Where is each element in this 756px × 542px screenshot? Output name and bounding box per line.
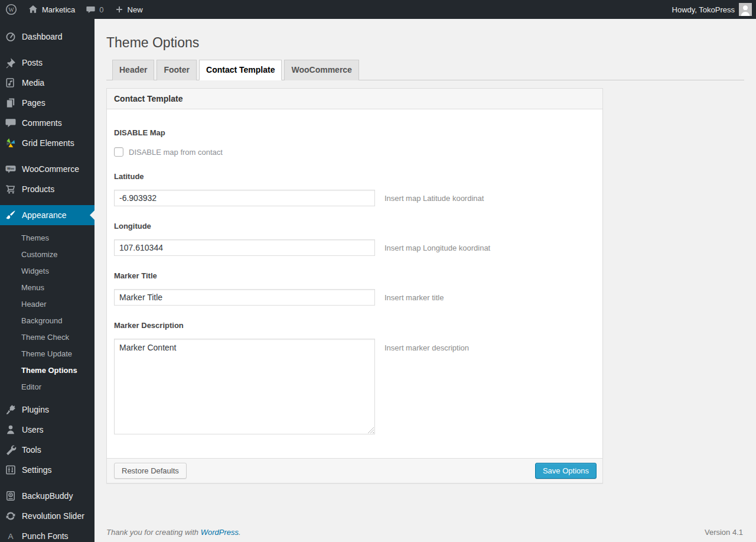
sidebar-item-media[interactable]: Media [0,73,94,93]
letter-a-icon: A [5,530,17,542]
tab-woocommerce[interactable]: WooCommerce [284,60,359,80]
svg-text:Woo: Woo [7,167,15,170]
new-label: New [128,5,143,14]
version-text: Version 4.1 [705,528,743,537]
save-options-button[interactable]: Save Options [535,463,597,479]
panel-footer: Restore Defaults Save Options [107,458,602,483]
submenu-item-theme-options[interactable]: Theme Options [0,362,94,378]
contact-template-panel: Contact Template DISABLE Map DISABLE map… [106,88,603,483]
sidebar-item-products[interactable]: Products [0,179,94,199]
submenu-item-customize[interactable]: Customize [0,246,94,262]
svg-text:A: A [8,532,13,541]
page-footer: Thank you for creating with WordPress. V… [106,528,743,537]
sidebar-item-label: Media [22,78,44,87]
cycle-arrows-icon [5,510,17,522]
longitude-input[interactable] [114,239,375,256]
marker-description-textarea[interactable]: Marker Content [114,339,375,434]
submenu-item-background[interactable]: Background [0,312,94,329]
sidebar-item-label: Pages [22,98,45,108]
comments-bubble-icon [86,5,96,15]
tab-contact-template[interactable]: Contact Template [199,60,282,80]
thanks-suffix: . [239,528,241,537]
plus-icon [115,5,124,14]
sidebar-item-users[interactable]: Users [0,420,94,440]
sidebar-item-label: Settings [22,465,52,475]
wordpress-link[interactable]: WordPress [201,528,239,537]
sidebar-item-plugins[interactable]: Plugins [0,400,94,420]
longitude-label: Longitude [114,222,595,231]
submenu-item-themes[interactable]: Themes [0,229,94,246]
woo-badge-icon: Woo [5,163,17,175]
home-icon [28,4,38,15]
sidebar-item-comments[interactable]: Comments [0,113,94,133]
speech-bubble-icon [5,117,17,129]
restore-defaults-button[interactable]: Restore Defaults [114,463,187,479]
wp-logo-menu[interactable]: W [0,0,22,19]
sidebar-item-woocommerce[interactable]: Woo WooCommerce [0,159,94,179]
submenu-item-header[interactable]: Header [0,296,94,312]
sidebar-item-punch-fonts[interactable]: A Punch Fonts [0,526,94,542]
disable-map-label: DISABLE Map [114,128,595,137]
sidebar-item-label: Products [22,184,54,194]
page-title: Theme Options [106,31,744,60]
sidebar-item-posts[interactable]: Posts [0,53,94,73]
submenu-item-menus[interactable]: Menus [0,279,94,296]
sidebar-item-label: BackupBuddy [22,491,73,501]
tab-header[interactable]: Header [112,60,154,80]
tab-bar: Header Footer Contact Template WooCommer… [106,60,744,80]
sliders-icon [5,464,17,476]
marker-title-input[interactable] [114,289,375,306]
sidebar-item-revolution-slider[interactable]: Revolution Slider [0,506,94,526]
latitude-label: Latitude [114,172,595,181]
thanks-prefix: Thank you for creating with [106,528,201,537]
comments-menu[interactable]: 0 [80,0,109,19]
submenu-item-widgets[interactable]: Widgets [0,262,94,279]
disable-map-checkbox[interactable] [114,147,123,157]
wordpress-logo-icon: W [5,4,17,15]
backup-drive-icon [5,490,17,502]
howdy-text: Howdy, TokoPress [672,5,735,14]
sidebar-item-label: Tools [22,445,41,455]
sidebar-item-label: WooCommerce [22,164,79,174]
my-account-menu[interactable]: Howdy, TokoPress [672,3,756,16]
new-menu[interactable]: New [109,0,148,19]
sidebar-item-dashboard[interactable]: Dashboard [0,27,94,47]
sidebar-item-grid-elements[interactable]: Grid Elements [0,133,94,153]
tab-footer[interactable]: Footer [157,60,197,80]
latitude-input[interactable] [114,190,375,206]
marker-description-label: Marker Description [114,321,595,330]
brush-icon [5,209,17,221]
main-content: Theme Options Header Footer Contact Temp… [94,19,756,542]
sidebar-item-pages[interactable]: Pages [0,93,94,113]
sidebar-item-label: Plugins [22,405,49,414]
sidebar-item-label: Punch Fonts [22,531,69,541]
thanks-text: Thank you for creating with WordPress. [106,528,241,537]
comment-count: 0 [99,5,103,14]
sidebar-item-appearance[interactable]: Appearance [0,205,94,225]
marker-description-hint: Insert marker description [384,339,469,352]
sidebar-item-label: Revolution Slider [22,511,84,521]
sidebar-item-label: Posts [22,58,43,67]
submenu-item-theme-check[interactable]: Theme Check [0,329,94,345]
pinwheel-icon [5,137,17,149]
avatar [739,3,752,16]
marker-title-label: Marker Title [114,271,595,280]
site-name-menu[interactable]: Marketica [22,0,80,19]
appearance-submenu: Themes Customize Widgets Menus Header Ba… [0,225,94,400]
panel-header: Contact Template [107,89,602,109]
disable-map-checkbox-label: DISABLE map from contact [129,148,223,157]
sidebar-item-backupbuddy[interactable]: BackupBuddy [0,486,94,506]
marker-title-hint: Insert marker title [384,293,444,302]
marker-title-row: Insert marker title [114,289,595,306]
pin-icon [5,57,17,69]
submenu-item-theme-update[interactable]: Theme Update [0,345,94,362]
submenu-item-editor[interactable]: Editor [0,378,94,395]
media-icon [5,77,17,89]
plug-icon [5,404,17,416]
sidebar-item-tools[interactable]: Tools [0,440,94,460]
sidebar-item-settings[interactable]: Settings [0,460,94,480]
site-name: Marketica [42,5,75,14]
cart-icon [5,183,17,195]
longitude-hint: Insert map Longitude koordinat [384,244,490,252]
longitude-row: Insert map Longitude koordinat [114,239,595,256]
